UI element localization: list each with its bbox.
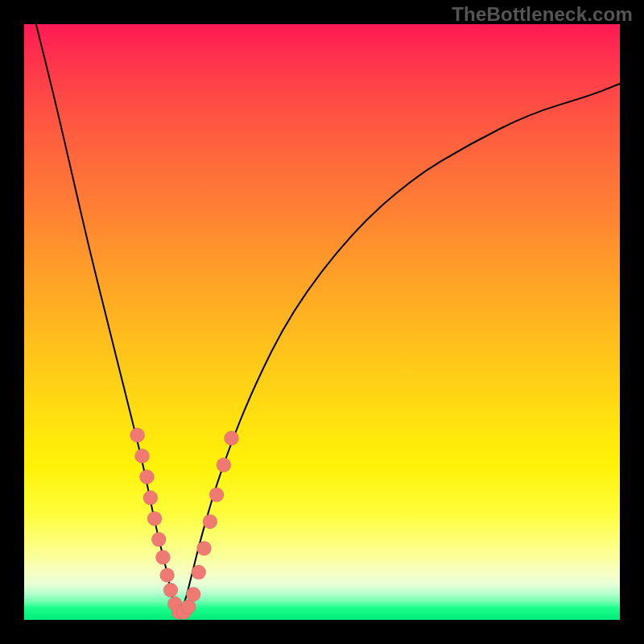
curve-right-branch [179, 84, 620, 614]
highlight-dot [225, 431, 239, 445]
highlight-dot [186, 587, 200, 601]
highlight-dot [163, 583, 178, 597]
highlight-dot [130, 428, 145, 443]
watermark-text: TheBottleneck.com [452, 3, 633, 26]
curve-left-branch [36, 24, 180, 614]
highlight-dot [143, 490, 158, 505]
highlight-dot [203, 514, 217, 529]
plot-area [24, 24, 620, 620]
highlight-dot [192, 565, 206, 580]
highlight-dot [139, 469, 154, 484]
chart-stage: TheBottleneck.com [0, 0, 644, 644]
curve-layer [24, 24, 620, 620]
highlight-dot [151, 532, 166, 547]
highlight-dot [155, 550, 170, 564]
highlight-dots [130, 428, 239, 620]
highlight-dot [196, 541, 211, 555]
highlight-dot [135, 449, 150, 464]
highlight-dot [217, 458, 231, 473]
highlight-dot [147, 511, 162, 526]
highlight-dot [209, 488, 224, 502]
highlight-dot [160, 568, 175, 583]
